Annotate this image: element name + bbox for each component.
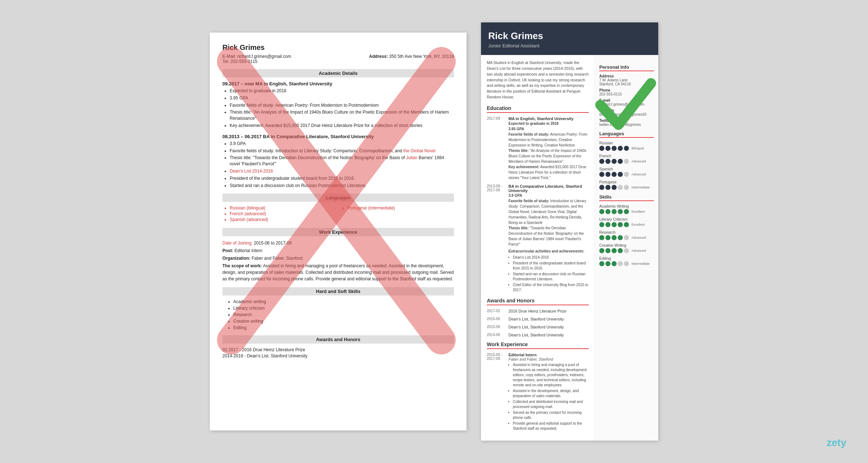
skill-dot <box>624 222 629 227</box>
skill-dot <box>612 235 617 240</box>
email-label-sidebar: E-mail <box>599 98 654 102</box>
skill-academic-writing: Academic Writing Excellent <box>599 204 654 214</box>
skill-dot <box>624 209 629 214</box>
lang-dot <box>605 185 610 190</box>
r-edu-date-2: 2013-08 - 2017-06 <box>487 184 509 293</box>
skill-dot <box>618 248 623 253</box>
skill-creative-writing: Creative Writing Advanced <box>599 243 654 253</box>
tel-label: Tel: <box>222 59 229 64</box>
work-post: Post: Editorial Intern <box>222 247 454 254</box>
edu-bullet: Dean's List 2014-2016 <box>230 168 454 174</box>
honor-row-2: 2016-06 Dean's List, Stanford University <box>487 317 589 321</box>
edu-bullet: 3.9 GPA <box>230 141 454 147</box>
edu-bullet: Expected to graduate in 2018 <box>230 88 454 94</box>
skills-header: Hard and Soft Skills <box>222 287 454 296</box>
honor-content-1: 2016 Drue Heinz Literature Prize <box>509 309 589 313</box>
skill-editing: Editing Intermediate <box>599 256 654 266</box>
honor-content-4: Dean's List, Stanford University <box>509 333 589 337</box>
lang-portugese-bar: Intermediate <box>599 185 654 190</box>
honor-content-3: Dean's List, Stanford University <box>509 325 589 329</box>
list-item: Assisted in hiring and managing a pool o… <box>513 362 589 388</box>
lang-item: French (advanced) <box>230 211 336 216</box>
personal-info-title: Personal Info <box>599 64 654 71</box>
skill-dot <box>618 235 623 240</box>
skill-academic-writing-level: Excellent <box>631 210 645 213</box>
lang-dot <box>624 146 629 151</box>
skill-dot <box>612 222 617 227</box>
address-label: Address: <box>369 54 388 59</box>
languages-sidebar-title: Languages <box>599 131 654 138</box>
honors-section-title: Awards and Honors <box>487 298 589 305</box>
lang-french-name: French <box>599 154 654 158</box>
r-work-title: Editorial Intern <box>509 353 589 357</box>
edu-bullet: President of the undergraduate student b… <box>230 175 454 182</box>
lang-portugese-name: Portugese <box>599 180 654 184</box>
skill-item: Research <box>233 312 454 317</box>
skill-editing-name: Editing <box>599 256 654 260</box>
skill-literary-criticism-bar: Excellent <box>599 222 654 227</box>
skills-sidebar-title: Skills <box>599 194 654 201</box>
list-item: Provide general and editorial support to… <box>513 421 589 431</box>
lang-dot <box>599 146 604 151</box>
zety-brand: zety <box>827 437 846 449</box>
honor-row-1: 2017-02 2016 Drue Heinz Literature Prize <box>487 309 589 313</box>
skill-dot <box>618 222 623 227</box>
skill-editing-level: Intermediate <box>631 262 650 266</box>
skill-dot <box>599 222 604 227</box>
work-scope: The scope of work: Assisted in hiring an… <box>222 263 454 282</box>
lang-russian-name: Russian <box>599 141 654 145</box>
r-edu-degree-1: MA in English, Stanford University <box>509 116 589 121</box>
lang-dot <box>605 146 610 151</box>
r-edu-content-1: MA in English, Stanford University Expec… <box>509 116 589 180</box>
skill-dot <box>612 209 617 214</box>
lang-dot <box>624 159 629 164</box>
r-extracurricular-list: Dean's List 2014-2016 President of the u… <box>513 255 589 293</box>
right-body: MA Student in English at Stanford Univer… <box>481 55 658 440</box>
work-dates: Date of Joining: 2015-06 to 2017-09 <box>222 240 454 246</box>
skill-dot <box>618 209 623 214</box>
left-resume: Rick Grimes E-Mail: richard.f.grimes@gma… <box>210 33 467 430</box>
skill-dot <box>605 261 610 266</box>
skill-research-name: Research <box>599 230 654 234</box>
skill-dot <box>618 261 623 266</box>
skill-research: Research Advanced <box>599 230 654 240</box>
lang-dot <box>612 159 617 164</box>
summary-text: MA Student in English at Stanford Univer… <box>487 60 589 100</box>
lang-item: Portugese (intermediate) <box>347 205 454 211</box>
phone-value: 202-555-0115 <box>599 92 654 96</box>
skill-creative-writing-level: Advanced <box>631 249 646 252</box>
skill-academic-writing-name: Academic Writing <box>599 204 654 208</box>
edu-date-1: 09.2017 – now MA in English, Stanford Un… <box>222 81 454 86</box>
lang-portugese: Portugese Intermediate <box>599 180 654 190</box>
lang-dot <box>599 159 604 164</box>
skill-dot <box>599 248 604 253</box>
list-item: Dean's List 2014-2016 <box>513 255 589 260</box>
skill-dot <box>599 209 604 214</box>
honors-header: Awards and Honors <box>222 335 454 344</box>
honor-item-2: 2014-2016 - Dean's List, Stanford Univer… <box>222 353 454 358</box>
edu-bullet: Thesis title: "An Analysis of the Impact… <box>230 109 454 122</box>
skills-list: Academic writing Literary criticism Rese… <box>233 299 454 330</box>
r-edu-entry-1: 2017-09 MA in English, Stanford Universi… <box>487 116 589 180</box>
honor-item-1: 02.2017 - 2016 Drue Heinz Literature Pri… <box>222 347 454 352</box>
skill-dot <box>605 209 610 214</box>
linkedin-value: linkedin.com/in/rickygrimes93 <box>599 112 654 116</box>
left-name: Rick Grimes <box>222 43 454 52</box>
edu-bullet: Favorite fields of study: American Poetr… <box>230 102 454 109</box>
lang-portugese-level: Intermediate <box>631 186 650 189</box>
address-value: 350 5th Ave New York, NY, 10118 <box>389 54 454 59</box>
edu-bullets-1: Expected to graduate in 2018 3.95 GPA Fa… <box>230 88 454 129</box>
r-edu-date-1: 2017-09 <box>487 116 509 180</box>
r-work-entry: 2015-06 - 2017-09 Editorial Intern Faber… <box>487 353 589 432</box>
skill-item: Creative writing <box>233 319 454 324</box>
skill-research-level: Advanced <box>631 236 646 239</box>
lang-dot <box>624 172 629 177</box>
lang-dot <box>612 172 617 177</box>
lang-item: Russian (bilingual) <box>230 205 336 211</box>
lang-french-level: Advanced <box>631 160 646 163</box>
honor-date-4: 2014-06 <box>487 333 509 337</box>
list-item: Assisted in the development, design, and… <box>513 388 589 399</box>
lang-dot <box>618 185 623 190</box>
right-resume: Rick Grimes Junior Editorial Assistant M… <box>481 22 658 440</box>
lang-dot <box>599 172 604 177</box>
